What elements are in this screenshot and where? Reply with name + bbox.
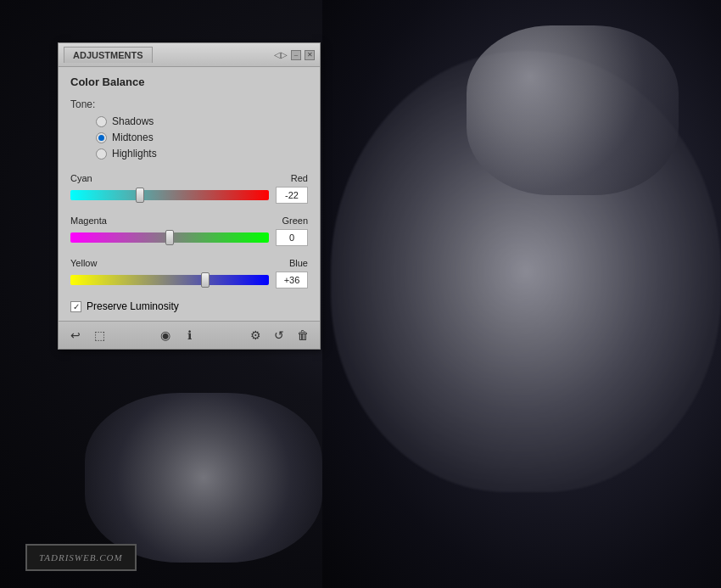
label-green: Green <box>282 216 308 226</box>
slider-cyan-red-track-wrapper[interactable] <box>70 187 269 204</box>
new-layer-icon[interactable]: ⬚ <box>91 327 108 344</box>
slider-magenta-green-section: Magenta Green 0 <box>70 216 308 246</box>
slider-yellow-blue-track-wrapper[interactable] <box>70 272 269 288</box>
slider-cyan-red-row: -22 <box>70 187 308 204</box>
double-arrow-icon: ◁▷ <box>274 50 288 59</box>
close-button[interactable]: ✕ <box>305 50 315 60</box>
roses-top <box>467 25 679 195</box>
toolbar-right-group: ⚙ ↺ 🗑 <box>247 327 311 344</box>
panel-controls: ◁▷ – ✕ <box>274 50 315 60</box>
slider-magenta-green-row: 0 <box>70 229 308 246</box>
panel-title: Color Balance <box>70 76 308 88</box>
history-back-icon[interactable]: ↩ <box>67 327 84 344</box>
radio-midtones[interactable]: Midtones <box>96 132 308 143</box>
label-yellow: Yellow <box>70 258 97 268</box>
radio-highlights[interactable]: Highlights <box>96 148 308 160</box>
radio-shadows[interactable]: Shadows <box>96 115 308 127</box>
slider-cyan-red-header: Cyan Red <box>70 173 308 183</box>
radio-highlights-label: Highlights <box>112 148 157 160</box>
radio-shadows-circle[interactable] <box>96 116 107 127</box>
slider-yellow-blue-track <box>70 275 269 285</box>
adjustments-panel: ADJUSTMENTS ◁▷ – ✕ Color Balance Tone: S… <box>58 42 321 350</box>
slider-yellow-blue-value[interactable]: +36 <box>276 272 308 288</box>
label-red: Red <box>291 173 308 183</box>
slider-magenta-green-track-wrapper[interactable] <box>70 229 269 246</box>
slider-magenta-green-header: Magenta Green <box>70 216 308 226</box>
label-cyan: Cyan <box>70 173 92 183</box>
panel-titlebar: ADJUSTMENTS ◁▷ – ✕ <box>59 43 320 67</box>
eye-visibility-icon[interactable]: ◉ <box>157 327 174 344</box>
slider-cyan-red-thumb[interactable] <box>136 188 144 203</box>
roses-bottom <box>85 393 322 563</box>
tone-label: Tone: <box>70 98 95 110</box>
slider-yellow-blue-thumb[interactable] <box>201 272 210 288</box>
slider-yellow-blue-row: +36 <box>70 272 308 288</box>
slider-cyan-red-track <box>70 190 269 200</box>
toolbar-left-group: ↩ ⬚ <box>67 327 108 344</box>
radio-group: Shadows Midtones Highlights <box>70 115 308 160</box>
toolbar-center-group: ◉ ℹ <box>157 327 198 344</box>
minimize-button[interactable]: – <box>291 50 301 60</box>
preserve-luminosity-checkbox[interactable]: ✓ <box>70 301 81 312</box>
tone-section: Tone: Shadows Midtones Highlights <box>70 98 308 160</box>
slider-magenta-green-track <box>70 232 269 243</box>
slider-cyan-red-section: Cyan Red -22 <box>70 173 308 204</box>
preserve-luminosity-label: Preserve Luminosity <box>87 300 179 312</box>
radio-highlights-circle[interactable] <box>96 148 107 160</box>
slider-magenta-green-thumb[interactable] <box>165 230 174 245</box>
panel-tab[interactable]: ADJUSTMENTS <box>64 47 153 63</box>
label-magenta: Magenta <box>70 216 107 226</box>
watermark: TADRISWEB.COM <box>25 544 137 571</box>
radio-shadows-label: Shadows <box>112 115 154 127</box>
panel-body: Color Balance Tone: Shadows Midtones Hig… <box>59 67 320 321</box>
reset-icon[interactable]: ↺ <box>271 327 288 344</box>
radio-midtones-label: Midtones <box>112 132 154 143</box>
watermark-text: TADRISWEB.COM <box>39 552 123 563</box>
settings-icon[interactable]: ⚙ <box>247 327 264 344</box>
slider-cyan-red-value[interactable]: -22 <box>276 187 308 204</box>
info-icon[interactable]: ℹ <box>181 327 198 344</box>
label-blue: Blue <box>289 258 308 268</box>
slider-yellow-blue-header: Yellow Blue <box>70 258 308 268</box>
slider-magenta-green-value[interactable]: 0 <box>276 229 308 246</box>
radio-midtones-circle[interactable] <box>96 132 107 143</box>
panel-toolbar: ↩ ⬚ ◉ ℹ ⚙ ↺ 🗑 <box>59 321 320 349</box>
preserve-luminosity-section: ✓ Preserve Luminosity <box>70 300 308 312</box>
delete-icon[interactable]: 🗑 <box>294 327 311 344</box>
slider-yellow-blue-section: Yellow Blue +36 <box>70 258 308 288</box>
